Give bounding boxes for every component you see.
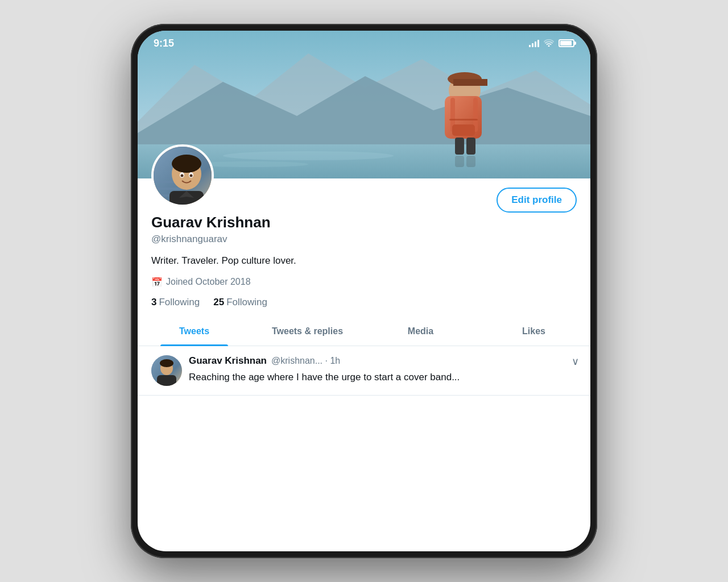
- status-icons: [529, 39, 574, 48]
- svg-rect-38: [157, 375, 176, 386]
- profile-bio: Writer. Traveler. Pop culture lover.: [151, 254, 577, 268]
- tweet-text: Reaching the age where I have the urge t…: [189, 370, 577, 385]
- profile-joined: 📅 Joined October 2018: [151, 277, 577, 288]
- following-stat[interactable]: 3 Following: [151, 297, 200, 308]
- svg-rect-12: [453, 79, 487, 86]
- battery-icon: [559, 39, 574, 47]
- tab-media[interactable]: Media: [364, 317, 477, 346]
- tweet-card: Guarav Krishnan @krishnan... · 1h Reachi…: [138, 346, 590, 396]
- svg-point-27: [172, 155, 201, 173]
- tweet-handle-time: @krishnan... · 1h: [271, 356, 340, 366]
- phone-frame: 9:15: [131, 24, 597, 558]
- profile-content: Edit profile Guarav Krishnan @krishnangu…: [138, 178, 590, 396]
- chevron-down-icon[interactable]: ∨: [572, 355, 579, 368]
- following-count: 3: [151, 297, 156, 308]
- svg-rect-18: [455, 138, 464, 155]
- following-label: Following: [159, 297, 200, 308]
- profile-tabs: Tweets Tweets & replies Media Likes: [138, 317, 590, 346]
- signal-icon: [529, 39, 539, 47]
- svg-rect-16: [449, 119, 478, 120]
- svg-point-31: [190, 174, 193, 177]
- joined-text: Joined October 2018: [166, 277, 251, 287]
- tweet-author: Guarav Krishnan: [189, 355, 267, 367]
- svg-point-37: [160, 359, 173, 367]
- followers-label: Following: [226, 297, 267, 308]
- svg-rect-19: [466, 138, 475, 155]
- tweet-content: Guarav Krishnan @krishnan... · 1h Reachi…: [189, 355, 577, 386]
- avatar: [151, 144, 214, 207]
- svg-rect-20: [455, 156, 464, 167]
- edit-profile-button[interactable]: Edit profile: [497, 188, 577, 213]
- phone-screen: 9:15: [138, 31, 590, 551]
- svg-point-30: [181, 174, 184, 177]
- profile-stats: 3 Following 25 Following: [151, 297, 577, 308]
- status-time: 9:15: [154, 38, 174, 49]
- followers-count: 25: [213, 297, 224, 308]
- svg-rect-21: [466, 156, 475, 167]
- tab-tweets-replies[interactable]: Tweets & replies: [251, 317, 364, 346]
- wifi-icon: [544, 39, 554, 48]
- calendar-icon: 📅: [151, 277, 163, 288]
- profile-handle: @krishnanguarav: [151, 234, 577, 245]
- svg-point-4: [223, 151, 394, 160]
- followers-stat[interactable]: 25 Following: [213, 297, 267, 308]
- status-bar: 9:15: [138, 31, 590, 56]
- svg-rect-17: [452, 124, 475, 136]
- tweet-header: Guarav Krishnan @krishnan... · 1h: [189, 355, 577, 367]
- tweet-avatar: [151, 355, 182, 386]
- tab-likes[interactable]: Likes: [477, 317, 590, 346]
- profile-name: Guarav Krishnan: [151, 214, 577, 231]
- tab-tweets[interactable]: Tweets: [138, 317, 251, 346]
